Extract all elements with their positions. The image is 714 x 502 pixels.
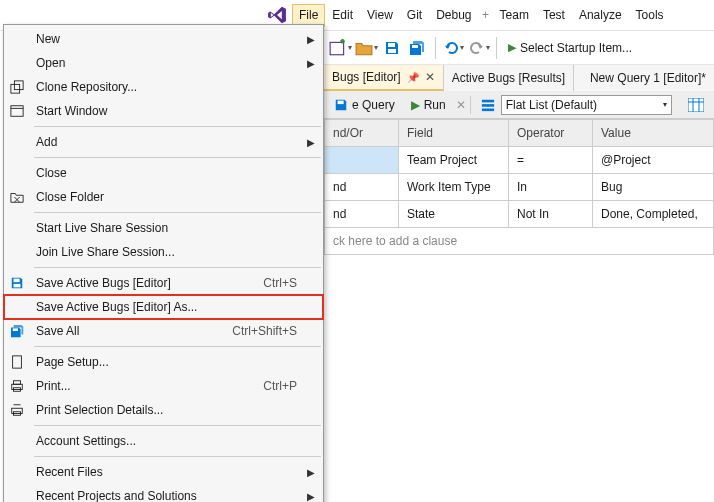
menu-separator	[34, 157, 321, 158]
file-menu-item[interactable]: Close Folder	[4, 185, 323, 209]
cell-field[interactable]: State	[399, 201, 509, 228]
cell-andor[interactable]: nd	[325, 174, 399, 201]
cell-value[interactable]: Bug	[593, 174, 714, 201]
flat-list-icon	[481, 98, 495, 112]
menu-analyze[interactable]: Analyze	[572, 4, 629, 27]
menu-item-label: Close	[36, 166, 297, 180]
save-query-button[interactable]: e Query	[328, 94, 401, 116]
file-menu-item[interactable]: Page Setup...	[4, 350, 323, 374]
menu-test[interactable]: Test	[536, 4, 572, 27]
visual-studio-icon	[266, 4, 288, 26]
menu-team[interactable]: Team	[493, 4, 536, 27]
save-icon	[10, 276, 28, 290]
svg-rect-14	[14, 284, 21, 288]
header-andor[interactable]: nd/Or	[325, 120, 399, 147]
print-icon	[10, 379, 28, 393]
menu-edit[interactable]: Edit	[325, 4, 360, 27]
file-menu-item[interactable]: Print Selection Details...	[4, 398, 323, 422]
redo-button[interactable]: ▾	[467, 36, 491, 60]
query-grid: nd/Or Field Operator Value Team Project …	[324, 119, 714, 255]
file-menu-item[interactable]: Account Settings...	[4, 429, 323, 453]
toolbar: ▾ ▾ ▾ ▾ ▶ Select Startup Item...	[324, 31, 714, 65]
grid-row[interactable]: nd Work Item Type In Bug	[325, 174, 714, 201]
toolbar-separator	[496, 37, 497, 59]
file-menu-item[interactable]: Save Active Bugs [Editor]Ctrl+S	[4, 271, 323, 295]
tab-label: Active Bugs [Results]	[452, 71, 565, 85]
menu-separator	[34, 267, 321, 268]
svg-rect-9	[11, 84, 20, 93]
grid-header-row: nd/Or Field Operator Value	[325, 120, 714, 147]
menu-debug[interactable]: Debug	[429, 4, 478, 27]
tab-bugs-editor[interactable]: Bugs [Editor] 📌 ✕	[324, 65, 444, 91]
file-menu-item[interactable]: Save AllCtrl+Shift+S	[4, 319, 323, 343]
menu-git[interactable]: Git	[400, 4, 429, 27]
tab-new-query[interactable]: New Query 1 [Editor]*	[574, 65, 714, 91]
startup-item-label: Select Startup Item...	[520, 41, 632, 55]
cell-op[interactable]: In	[509, 174, 593, 201]
ghost-text[interactable]: ck here to add a clause	[325, 228, 714, 255]
file-menu-item[interactable]: Clone Repository...	[4, 75, 323, 99]
run-query-button[interactable]: ▶ Run	[405, 94, 452, 116]
cell-field[interactable]: Team Project	[399, 147, 509, 174]
close-icon[interactable]: ✕	[425, 70, 435, 84]
cell-op[interactable]: Not In	[509, 201, 593, 228]
menu-item-shortcut: Ctrl+P	[263, 379, 297, 393]
cell-op[interactable]: =	[509, 147, 593, 174]
menu-separator	[34, 346, 321, 347]
file-menu: New▶Open▶Clone Repository...Start Window…	[3, 24, 324, 502]
menu-item-label: Save Active Bugs [Editor] As...	[36, 300, 297, 314]
menu-separator	[34, 126, 321, 127]
submenu-arrow-icon: ▶	[307, 34, 315, 45]
new-project-button[interactable]: ▾	[328, 36, 352, 60]
save-button[interactable]	[380, 36, 404, 60]
grid-row[interactable]: nd State Not In Done, Completed,	[325, 201, 714, 228]
menu-tools[interactable]: Tools	[629, 4, 671, 27]
file-menu-item[interactable]: Start Window	[4, 99, 323, 123]
file-menu-item[interactable]: Recent Files▶	[4, 460, 323, 484]
menu-item-label: Join Live Share Session...	[36, 245, 297, 259]
open-button[interactable]: ▾	[354, 36, 378, 60]
menu-item-label: New	[36, 32, 297, 46]
document-tabs: Bugs [Editor] 📌 ✕ Active Bugs [Results] …	[324, 65, 714, 91]
menu-item-label: Close Folder	[36, 190, 297, 204]
cell-value[interactable]: Done, Completed,	[593, 201, 714, 228]
pin-icon[interactable]: 📌	[407, 72, 419, 83]
header-operator[interactable]: Operator	[509, 120, 593, 147]
header-value[interactable]: Value	[593, 120, 714, 147]
cell-field[interactable]: Work Item Type	[399, 174, 509, 201]
saveall-icon	[10, 324, 28, 338]
file-menu-item[interactable]: Start Live Share Session	[4, 216, 323, 240]
menu-add-icon[interactable]: +	[479, 4, 493, 27]
svg-rect-10	[14, 81, 23, 90]
columns-button[interactable]	[682, 94, 710, 116]
cell-andor[interactable]: nd	[325, 201, 399, 228]
tab-active-bugs-results[interactable]: Active Bugs [Results]	[444, 65, 574, 91]
grid-ghost-row[interactable]: ck here to add a clause	[325, 228, 714, 255]
query-toolbar: e Query ▶ Run ✕ Flat List (Default) ▾	[324, 91, 714, 119]
file-menu-item[interactable]: Print...Ctrl+P	[4, 374, 323, 398]
svg-rect-16	[13, 356, 22, 368]
svg-rect-6	[482, 104, 494, 107]
file-menu-item[interactable]: Recent Projects and Solutions▶	[4, 484, 323, 502]
startup-item-button[interactable]: ▶ Select Startup Item...	[502, 36, 638, 60]
svg-rect-11	[11, 106, 23, 117]
file-menu-item[interactable]: Save Active Bugs [Editor] As...	[4, 295, 323, 319]
cell-value[interactable]: @Project	[593, 147, 714, 174]
file-menu-item[interactable]: Add▶	[4, 130, 323, 154]
menu-view[interactable]: View	[360, 4, 400, 27]
menu-item-shortcut: Ctrl+Shift+S	[232, 324, 297, 338]
save-all-button[interactable]	[406, 36, 430, 60]
menu-item-label: Start Window	[36, 104, 297, 118]
grid-row[interactable]: Team Project = @Project	[325, 147, 714, 174]
query-type-selector[interactable]: Flat List (Default) ▾	[475, 94, 678, 116]
file-menu-item[interactable]: Join Live Share Session...	[4, 240, 323, 264]
undo-button[interactable]: ▾	[441, 36, 465, 60]
cell-andor[interactable]	[325, 147, 399, 174]
file-menu-item[interactable]: Close	[4, 161, 323, 185]
file-menu-item[interactable]: Open▶	[4, 51, 323, 75]
toolbar-separator	[435, 37, 436, 59]
header-field[interactable]: Field	[399, 120, 509, 147]
file-menu-item[interactable]: New▶	[4, 27, 323, 51]
menu-item-label: Open	[36, 56, 297, 70]
menu-item-label: Account Settings...	[36, 434, 297, 448]
